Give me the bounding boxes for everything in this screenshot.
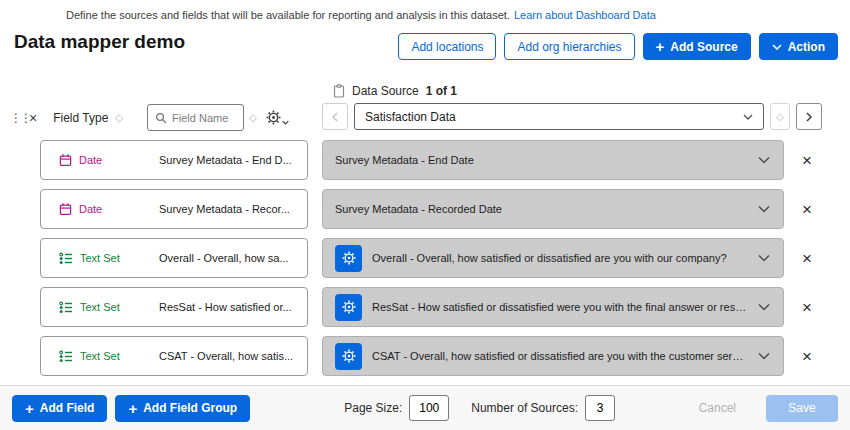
chevron-down-icon	[758, 255, 770, 262]
data-source-page-count: 1 of 1	[426, 84, 457, 98]
mapped-field-label: Survey Metadata - End Date	[335, 154, 474, 166]
calendar-icon	[59, 202, 72, 216]
field-settings-button[interactable]	[335, 294, 362, 321]
source-sort-icon[interactable]: ◇	[770, 103, 790, 130]
mapped-field-dropdown[interactable]: Survey Metadata - Recorded Date	[322, 189, 784, 229]
action-label: Action	[788, 40, 825, 54]
field-name-label: CSAT - Overall, how satis...	[159, 350, 299, 362]
field-type-label: Text Set	[80, 301, 120, 313]
add-field-button[interactable]: + Add Field	[12, 395, 107, 422]
field-settings-button[interactable]	[335, 245, 362, 272]
field-column-header: ⋮⋮ × Field Type ◇ ◇	[10, 104, 289, 131]
field-type-label: Text Set	[80, 252, 120, 264]
mapped-field-dropdown[interactable]: ResSat - How satisfied or dissatisfied w…	[322, 287, 784, 327]
field-rows: Date Survey Metadata - End D... Survey M…	[0, 140, 850, 385]
save-button[interactable]: Save	[766, 395, 838, 422]
field-name-search	[147, 104, 244, 131]
field-type: Date	[59, 202, 159, 216]
next-source-button[interactable]	[796, 103, 822, 130]
text-set-icon	[59, 350, 73, 363]
dataset-description: Define the sources and fields that will …	[66, 9, 656, 21]
remove-field-button[interactable]: ×	[796, 198, 818, 220]
field-type-sort-icon[interactable]: ◇	[115, 112, 123, 123]
chevron-left-icon	[332, 112, 338, 122]
plus-icon: +	[128, 401, 137, 416]
field-row: Text Set CSAT - Overall, how satis...	[0, 336, 850, 376]
field-type-column-label: Field Type	[53, 111, 108, 125]
field-row: Text Set ResSat - How satisfied or...	[0, 287, 850, 327]
add-org-hierarchies-button[interactable]: Add org hierarchies	[504, 33, 634, 60]
add-field-group-button[interactable]: + Add Field Group	[115, 395, 250, 422]
clear-column-button[interactable]: ×	[29, 111, 37, 125]
field-name-label: Overall - Overall, how sa...	[159, 252, 299, 264]
learn-about-dashboard-data-link[interactable]: Learn about Dashboard Data	[514, 9, 656, 21]
clipboard-icon	[333, 84, 345, 98]
text-set-icon	[59, 252, 73, 265]
field-card[interactable]: Text Set Overall - Overall, how sa...	[40, 238, 308, 278]
drag-handle-icon[interactable]: ⋮⋮	[10, 111, 22, 125]
chevron-down-icon	[758, 206, 770, 213]
mapped-field-dropdown[interactable]: Overall - Overall, how satisfied or diss…	[322, 238, 784, 278]
field-row: Date Survey Metadata - Recor... Survey M…	[0, 189, 850, 229]
field-type: Date	[59, 153, 159, 167]
selected-source-label: Satisfaction Data	[365, 110, 456, 124]
field-settings-button[interactable]	[335, 343, 362, 370]
chevron-down-icon	[282, 120, 289, 125]
close-icon: ×	[802, 152, 812, 169]
remove-field-button[interactable]: ×	[796, 296, 818, 318]
header-actions: Add locations Add org hierarchies + Add …	[398, 33, 838, 60]
mapped-field-dropdown[interactable]: CSAT - Overall, how satisfied or dissati…	[322, 336, 784, 376]
field-name-search-input[interactable]	[172, 112, 234, 124]
data-source-nav: Satisfaction Data ◇	[322, 103, 822, 130]
chevron-down-icon	[772, 44, 782, 50]
field-name-label: ResSat - How satisfied or...	[159, 301, 299, 313]
add-source-button[interactable]: + Add Source	[643, 33, 751, 60]
number-of-sources-label: Number of Sources:	[471, 401, 578, 415]
cancel-button[interactable]: Cancel	[699, 401, 736, 415]
field-type: Text Set	[59, 350, 159, 363]
field-type: Text Set	[59, 252, 159, 265]
field-type-label: Date	[79, 154, 102, 166]
add-org-hierarchies-label: Add org hierarchies	[517, 40, 621, 54]
data-source-select[interactable]: Satisfaction Data	[354, 103, 764, 130]
data-source-header: Data Source 1 of 1	[333, 84, 457, 98]
dataset-description-text: Define the sources and fields that will …	[66, 9, 510, 21]
chevron-down-icon	[758, 304, 770, 311]
add-locations-label: Add locations	[411, 40, 483, 54]
previous-source-button[interactable]	[322, 103, 348, 130]
plus-icon: +	[656, 39, 665, 54]
action-button[interactable]: Action	[759, 33, 838, 60]
field-row: Text Set Overall - Overall, how sa...	[0, 238, 850, 278]
mapped-field-label: Survey Metadata - Recorded Date	[335, 203, 502, 215]
page-title: Data mapper demo	[14, 31, 185, 53]
data-mapper-page: Define the sources and fields that will …	[0, 0, 850, 430]
close-icon: ×	[802, 348, 812, 365]
remove-field-button[interactable]: ×	[796, 149, 818, 171]
chevron-down-icon	[743, 114, 753, 120]
number-of-sources-input[interactable]	[585, 395, 615, 421]
add-field-group-label: Add Field Group	[143, 401, 237, 415]
field-type-label: Text Set	[80, 350, 120, 362]
plus-icon: +	[25, 401, 34, 416]
gear-icon	[266, 110, 281, 125]
add-locations-button[interactable]: Add locations	[398, 33, 496, 60]
data-source-label: Data Source	[352, 84, 419, 98]
mapped-field-label: Overall - Overall, how satisfied or diss…	[372, 252, 727, 264]
field-card[interactable]: Date Survey Metadata - End D...	[40, 140, 308, 180]
remove-field-button[interactable]: ×	[796, 345, 818, 367]
field-name-sort-icon[interactable]: ◇	[249, 112, 257, 123]
add-source-label: Add Source	[670, 40, 737, 54]
field-type-label: Date	[79, 203, 102, 215]
field-card[interactable]: Text Set ResSat - How satisfied or...	[40, 287, 308, 327]
gear-icon	[342, 300, 356, 314]
field-row: Date Survey Metadata - End D... Survey M…	[0, 140, 850, 180]
chevron-down-icon	[758, 157, 770, 164]
field-card[interactable]: Text Set CSAT - Overall, how satis...	[40, 336, 308, 376]
chevron-right-icon	[806, 112, 812, 122]
remove-field-button[interactable]: ×	[796, 247, 818, 269]
column-settings-button[interactable]	[266, 110, 289, 125]
field-card[interactable]: Date Survey Metadata - Recor...	[40, 189, 308, 229]
mapped-field-dropdown[interactable]: Survey Metadata - End Date	[322, 140, 784, 180]
field-name-label: Survey Metadata - Recor...	[159, 203, 299, 215]
page-size-input[interactable]	[409, 395, 449, 421]
